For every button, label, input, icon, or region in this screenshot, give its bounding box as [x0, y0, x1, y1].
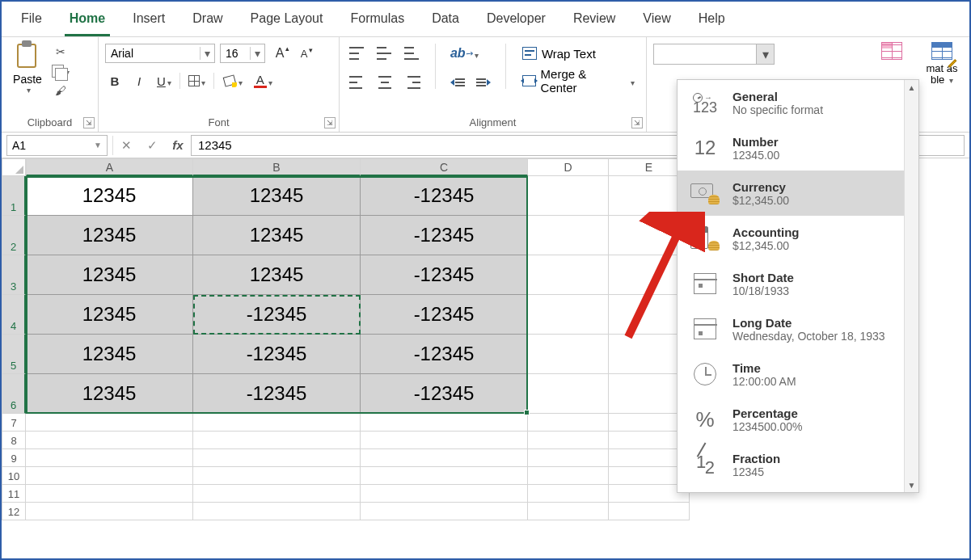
- format-option-percentage[interactable]: %Percentage1234500.00%: [678, 397, 918, 442]
- format-option-time[interactable]: Time12:00:00 AM: [678, 352, 918, 397]
- row-header[interactable]: 12: [2, 503, 26, 520]
- align-middle-icon[interactable]: [374, 44, 396, 63]
- column-header-D[interactable]: D: [528, 158, 609, 176]
- row-header[interactable]: 11: [2, 485, 26, 503]
- cell[interactable]: [193, 414, 361, 432]
- italic-button[interactable]: I: [129, 71, 149, 91]
- font-color-button[interactable]: A: [251, 71, 276, 91]
- tab-file[interactable]: File: [16, 8, 47, 36]
- formula-accept-icon[interactable]: ✓: [139, 135, 165, 156]
- cell[interactable]: 12345: [26, 176, 193, 216]
- align-left-icon[interactable]: [346, 73, 369, 92]
- cell[interactable]: [361, 467, 528, 485]
- row-header[interactable]: 10: [2, 467, 26, 485]
- borders-button[interactable]: [185, 71, 209, 91]
- paste-dropdown-icon[interactable]: [8, 86, 47, 95]
- cell[interactable]: 12345: [193, 216, 361, 255]
- name-box[interactable]: A1▼: [6, 135, 108, 156]
- format-option-number[interactable]: 12Number12345.00: [678, 125, 918, 171]
- cell[interactable]: [528, 335, 609, 374]
- font-size-combo[interactable]: 16▾: [220, 44, 265, 63]
- cell[interactable]: [528, 503, 609, 520]
- row-header[interactable]: 7: [2, 414, 26, 432]
- cell[interactable]: [26, 414, 193, 432]
- cell[interactable]: [361, 449, 528, 467]
- cell[interactable]: [26, 485, 193, 503]
- align-center-icon[interactable]: [374, 73, 396, 92]
- cell[interactable]: [528, 432, 609, 449]
- cell[interactable]: [361, 414, 528, 432]
- cell[interactable]: [528, 216, 609, 255]
- font-name-combo[interactable]: Arial▾: [105, 44, 215, 63]
- cell[interactable]: [609, 503, 690, 520]
- cell[interactable]: -12345: [193, 374, 361, 414]
- cell[interactable]: [193, 503, 361, 520]
- cell[interactable]: -12345: [361, 255, 528, 295]
- cell[interactable]: 12345: [193, 255, 361, 295]
- cell[interactable]: [26, 467, 193, 485]
- row-header[interactable]: 6: [2, 374, 26, 414]
- column-header-B[interactable]: B: [193, 158, 361, 176]
- cell[interactable]: -12345: [361, 374, 528, 414]
- increase-indent-icon[interactable]: [473, 73, 494, 92]
- popup-scrollbar[interactable]: ▲ ▼: [904, 80, 918, 492]
- underline-button[interactable]: U: [154, 71, 175, 91]
- row-header[interactable]: 9: [2, 449, 26, 467]
- format-option-accounting[interactable]: Accounting $12,345.00: [678, 216, 918, 261]
- row-header[interactable]: 5: [2, 335, 26, 374]
- row-header[interactable]: 2: [2, 216, 26, 255]
- clipboard-launcher-icon[interactable]: ⇲: [83, 117, 95, 128]
- cell[interactable]: [528, 467, 609, 485]
- fill-color-button[interactable]: [219, 71, 246, 91]
- tab-page-layout[interactable]: Page Layout: [246, 8, 328, 36]
- scroll-down-icon[interactable]: ▼: [905, 478, 918, 492]
- align-top-icon[interactable]: [346, 44, 369, 63]
- format-option-shortdate[interactable]: Short Date10/18/1933: [678, 261, 918, 306]
- cell[interactable]: [361, 503, 528, 520]
- cell[interactable]: [528, 485, 609, 503]
- cell[interactable]: [528, 295, 609, 335]
- increase-font-icon[interactable]: A▴: [270, 44, 289, 63]
- tab-home[interactable]: Home: [65, 8, 110, 36]
- tab-view[interactable]: View: [638, 8, 675, 36]
- tab-insert[interactable]: Insert: [128, 8, 170, 36]
- cell[interactable]: [193, 485, 361, 503]
- cell[interactable]: 12345: [26, 216, 193, 255]
- formula-cancel-icon[interactable]: ✕: [113, 135, 139, 156]
- font-launcher-icon[interactable]: ⇲: [324, 117, 336, 128]
- tab-review[interactable]: Review: [568, 8, 620, 36]
- cell[interactable]: [528, 449, 609, 467]
- column-header-C[interactable]: C: [361, 158, 528, 176]
- format-painter-icon[interactable]: [52, 82, 70, 99]
- select-all-corner[interactable]: [2, 158, 26, 176]
- alignment-launcher-icon[interactable]: ⇲: [631, 117, 643, 128]
- format-as-table-button[interactable]: mat as ble: [921, 40, 963, 86]
- format-option-fraction[interactable]: 12Fraction12345: [678, 442, 918, 487]
- column-header-A[interactable]: A: [26, 158, 193, 176]
- fx-icon[interactable]: fx: [165, 135, 191, 156]
- orientation-button[interactable]: ab↗: [447, 44, 482, 63]
- copy-icon[interactable]: [52, 63, 70, 79]
- cell[interactable]: 12345: [193, 176, 361, 216]
- tab-draw[interactable]: Draw: [188, 8, 227, 36]
- cell[interactable]: [193, 432, 361, 449]
- cell[interactable]: -12345: [361, 335, 528, 374]
- decrease-indent-icon[interactable]: [447, 73, 468, 92]
- row-header[interactable]: 3: [2, 255, 26, 295]
- paste-button[interactable]: Paste: [8, 40, 47, 95]
- cell[interactable]: [193, 449, 361, 467]
- format-option-general[interactable]: →123GeneralNo specific format: [678, 80, 918, 125]
- cell[interactable]: [528, 255, 609, 295]
- format-option-longdate[interactable]: Long DateWednesday, October 18, 1933: [678, 306, 918, 352]
- cell[interactable]: [26, 503, 193, 520]
- cell[interactable]: 12345: [26, 255, 193, 295]
- row-header[interactable]: 1: [2, 176, 26, 216]
- scroll-up-icon[interactable]: ▲: [905, 80, 918, 95]
- cell[interactable]: -12345: [193, 335, 361, 374]
- cell[interactable]: [361, 432, 528, 449]
- format-option-currency[interactable]: Currency$12,345.00: [678, 171, 918, 216]
- merge-center-button[interactable]: Merge & Center: [517, 71, 640, 91]
- cell[interactable]: [528, 176, 609, 216]
- align-bottom-icon[interactable]: [401, 44, 424, 63]
- cell[interactable]: -12345: [361, 216, 528, 255]
